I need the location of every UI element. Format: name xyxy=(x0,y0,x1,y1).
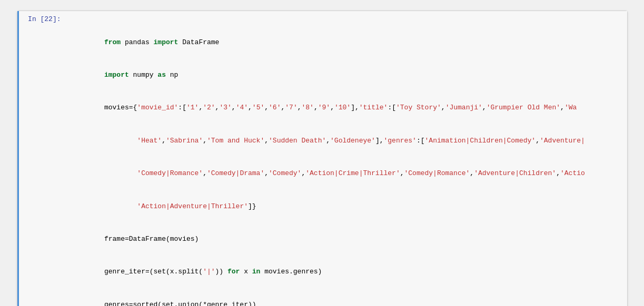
code-cell: In [22]: from pandas import DataFrame im… xyxy=(17,11,627,306)
prompt-text: In [22]: xyxy=(28,15,61,23)
code-line-7: frame=DataFrame(movies) xyxy=(104,235,199,243)
code-line-2: import numpy as np xyxy=(104,71,178,79)
code-editor[interactable]: from pandas import DataFrame import nump… xyxy=(66,11,627,306)
code-line-5: 'Comedy|Romance','Comedy|Drama','Comedy'… xyxy=(104,169,585,177)
notebook-container: In [22]: from pandas import DataFrame im… xyxy=(17,11,628,306)
code-line-8: genre_iter=(set(x.split('|')) for x in m… xyxy=(104,268,322,276)
cell-content-area: from pandas import DataFrame import nump… xyxy=(66,11,627,306)
code-line-3: movies={'movie_id':['1','2','3','4','5',… xyxy=(104,104,577,111)
cell-prompt: In [22]: xyxy=(19,11,66,306)
code-line-4: 'Heat','Sabrina','Tom and Huck','Sudden … xyxy=(104,137,585,145)
code-line-9: genres=sorted(set.union(*genre_iter)) xyxy=(104,301,256,306)
code-line-6: 'Action|Adventure|Thriller']} xyxy=(104,202,256,210)
code-line-1: from pandas import DataFrame xyxy=(104,38,219,46)
